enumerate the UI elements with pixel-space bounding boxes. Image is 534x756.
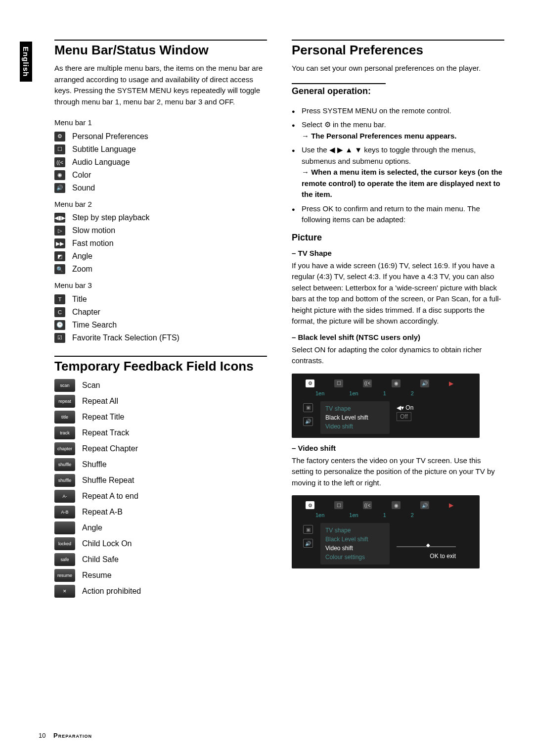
menubar2-label: Menu bar 2 — [54, 199, 267, 210]
menu-item-selected: Black Level shift — [325, 413, 385, 422]
op-step: Select ⚙ in the menu bar. → The Personal… — [292, 119, 504, 142]
tab-icon: 🔊 — [420, 501, 429, 509]
prohibited-icon: ✕ — [54, 585, 75, 598]
item-label: Fast motion — [72, 239, 114, 248]
item-label: Angle — [72, 252, 92, 261]
zoom-icon: 🔍 — [54, 264, 65, 274]
heading-blacklevel: – Black level shift (NTSC users only) — [292, 333, 504, 341]
slow-icon: ▷ — [54, 226, 65, 236]
menu-item: Video shift — [325, 422, 385, 431]
item-label: Repeat Chapter — [82, 444, 138, 453]
prefs-icon: ⚙ — [54, 132, 65, 142]
title-icon: T — [54, 294, 65, 304]
item-label: Child Safe — [82, 555, 119, 564]
item-label: Favorite Track Selection (FTS) — [72, 333, 179, 342]
repeat-ab-icon: A-B — [54, 506, 75, 519]
heading-picture: Picture — [292, 233, 504, 243]
prefs-intro: You can set your own personal preference… — [292, 63, 504, 74]
sub-label: 1en — [349, 390, 358, 396]
item-label: Audio Language — [72, 158, 130, 167]
repeat-title-icon: title — [54, 411, 75, 424]
page-number: 10 — [39, 732, 45, 739]
tab-icon: ((< — [363, 379, 372, 387]
op-step: Press OK to confirm and return to the ma… — [292, 203, 504, 226]
repeat-track-icon: track — [54, 426, 75, 439]
item-label: Action prohibited — [82, 587, 141, 596]
item-label: Scan — [82, 381, 100, 390]
sound-icon: 🔊 — [54, 183, 65, 193]
shuffle-icon: shuffle — [54, 458, 75, 471]
sub-label: 2 — [411, 512, 414, 518]
chapter-icon: C — [54, 307, 65, 317]
fast-icon: ▶▶ — [54, 238, 65, 248]
menubar3-list: TTitle CChapter 🕑Time Search ☑Favorite T… — [54, 294, 267, 343]
sub-label: 1 — [383, 512, 386, 518]
heading-general-op: General operation: — [292, 83, 386, 96]
item-label: Repeat A-B — [82, 508, 123, 517]
tab-icon: ⚙ — [306, 379, 314, 387]
item-label: Shuffle — [82, 460, 107, 469]
menu-item: TV shape — [325, 526, 385, 535]
resume-icon: resume — [54, 569, 75, 582]
op-step: Press SYSTEM MENU on the remote control. — [292, 105, 504, 117]
menubar1-list: ⚙Personal Preferences ☐Subtitle Language… — [54, 132, 267, 193]
osd-menu: TV shape Black Level shift Video shift — [320, 401, 390, 434]
time-icon: 🕑 — [54, 320, 65, 330]
item-label: Repeat A to end — [82, 492, 138, 501]
angle-icon: ◩ — [54, 251, 65, 261]
right-column: Personal Preferences You can set your ow… — [292, 40, 504, 601]
feedback-list: scanScan repeatRepeat All titleRepeat Ti… — [54, 379, 267, 598]
item-label: Repeat Track — [82, 428, 129, 437]
sub-label: 1en — [315, 390, 324, 396]
item-label: Chapter — [72, 308, 100, 317]
fts-icon: ☑ — [54, 333, 65, 343]
blacklevel-text: Select ON for adapting the color dynamic… — [292, 344, 504, 367]
intro-text: As there are multiple menu bars, the ite… — [54, 63, 267, 107]
locked-icon: locked — [54, 537, 75, 550]
op-step: Use the ◀ ▶ ▲ ▼ keys to toggle through t… — [292, 144, 504, 200]
shuffle-repeat-icon: shuffle — [54, 474, 75, 487]
sub-label: 1 — [383, 390, 386, 396]
tab-icon: ◉ — [392, 501, 400, 509]
safe-icon: safe — [54, 553, 75, 566]
arrow-icon: ◀▾ — [397, 404, 404, 411]
arrow-right-icon: ▶ — [449, 502, 453, 509]
item-label: Repeat All — [82, 397, 118, 406]
subtitle-icon: ☐ — [54, 144, 65, 154]
repeat-chapter-icon: chapter — [54, 442, 75, 455]
angle-fb-icon — [54, 521, 75, 534]
item-label: Slow motion — [72, 226, 115, 235]
tab-icon: 🔊 — [420, 379, 429, 387]
heading-feedback: Temporary Feedback Field Icons — [54, 356, 267, 374]
left-column: Menu Bar/Status Window As there are mult… — [54, 40, 267, 601]
menubar1-label: Menu bar 1 — [54, 117, 267, 129]
osd-screenshot-videoshift: ⚙ ☐ ((< ◉ 🔊 ▶ 1en 1en 1 2 ▣ 🔊 TV shape — [292, 495, 480, 568]
audio-icon: ((< — [54, 157, 65, 167]
side-icon: 🔊 — [303, 417, 313, 426]
item-label: Angle — [82, 523, 102, 532]
osd-menu: TV shape Black Level shift Video shift C… — [320, 523, 390, 565]
color-icon: ◉ — [54, 170, 65, 180]
item-label: Sound — [72, 184, 95, 192]
item-label: Repeat Title — [82, 413, 124, 422]
item-label: Personal Preferences — [72, 132, 148, 141]
section-name: Preparation — [53, 732, 92, 739]
substep: → When a menu item is selected, the curs… — [302, 168, 502, 198]
item-label: Color — [72, 171, 91, 180]
footer: 10 Preparation — [39, 732, 92, 739]
item-label: Child Lock On — [82, 539, 132, 548]
scan-icon: scan — [54, 379, 75, 392]
ok-to-exit: OK to exit — [397, 553, 456, 560]
item-label: Title — [72, 295, 87, 304]
tab-icon: ((< — [363, 501, 372, 509]
item-label: Zoom — [72, 265, 92, 274]
tab-icon: ☐ — [334, 501, 343, 509]
general-op-list: Press SYSTEM MENU on the remote control.… — [292, 105, 504, 226]
arrow-right-icon: ▶ — [449, 380, 453, 387]
item-label: Subtitle Language — [72, 145, 136, 154]
heading-videoshift: – Video shift — [292, 444, 504, 452]
osd-values: ◀▾ On Off — [390, 401, 420, 434]
sub-label: 1en — [315, 512, 324, 518]
slider-icon — [397, 546, 456, 547]
menu-item: Colour settings — [325, 553, 385, 562]
